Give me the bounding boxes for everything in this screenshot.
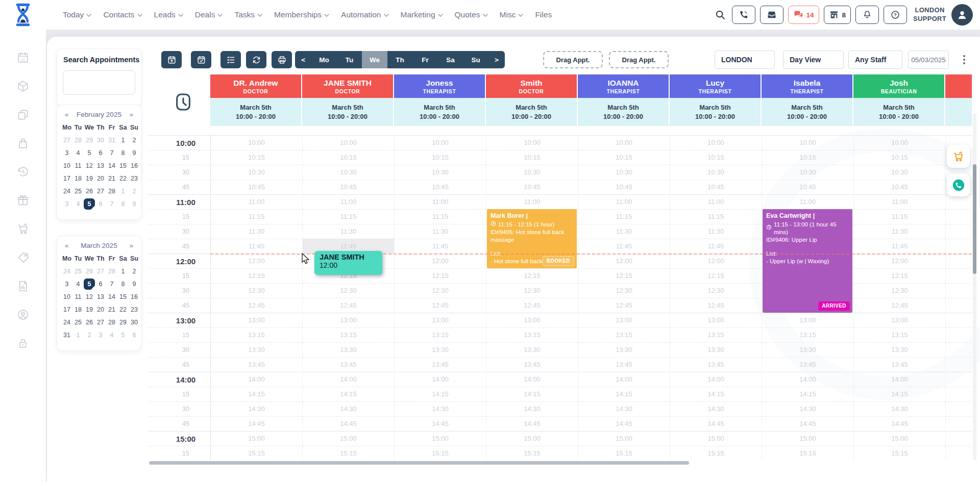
nav-item-memberships[interactable]: Memberships bbox=[274, 10, 329, 19]
time-slot[interactable]: 14:30 bbox=[578, 401, 670, 416]
calendar-day[interactable]: 6 bbox=[95, 277, 106, 290]
time-slot[interactable]: 11:15 bbox=[211, 209, 302, 224]
time-slot[interactable]: 11:45 bbox=[578, 239, 670, 253]
calendar-day[interactable]: 4 bbox=[106, 328, 117, 341]
time-slot[interactable]: 14:00 bbox=[762, 372, 853, 387]
time-slot[interactable]: 14:30 bbox=[486, 401, 578, 416]
time-slot[interactable]: 10:15 bbox=[395, 150, 486, 165]
nav-item-files[interactable]: Files bbox=[535, 10, 552, 19]
printer-button[interactable] bbox=[272, 51, 292, 68]
time-slot[interactable]: 12:45 bbox=[211, 298, 302, 313]
time-slot[interactable]: 10:30 bbox=[670, 165, 762, 180]
time-slot[interactable]: 13:00 bbox=[946, 313, 972, 327]
calendar-day[interactable]: 23 bbox=[129, 172, 140, 185]
time-slot[interactable]: 13:15 bbox=[486, 327, 578, 342]
calendar-day[interactable]: 25 bbox=[72, 316, 84, 328]
time-slot[interactable]: 14:15 bbox=[303, 387, 394, 401]
calendar-day[interactable]: 10 bbox=[61, 159, 72, 172]
day-tab-sa[interactable]: Sa bbox=[438, 51, 463, 68]
sidebar-history-clock-icon[interactable] bbox=[16, 165, 30, 179]
search-button[interactable] bbox=[713, 6, 727, 24]
time-slot[interactable]: 15:15 bbox=[486, 446, 578, 461]
time-slot[interactable]: 12:30 bbox=[211, 283, 302, 298]
time-slot[interactable]: 13:30 bbox=[395, 342, 486, 357]
fab-phone-button[interactable] bbox=[947, 173, 970, 196]
time-slot[interactable]: 10:30 bbox=[578, 165, 670, 180]
staff-header[interactable]: JoshBEAUTICIAN bbox=[853, 74, 945, 98]
nav-item-tasks[interactable]: Tasks bbox=[234, 10, 262, 19]
calendar-day[interactable]: 30 bbox=[129, 316, 140, 328]
time-slot[interactable]: 10:15 bbox=[762, 150, 853, 165]
time-slot[interactable]: 14:15 bbox=[578, 387, 670, 401]
time-slot[interactable]: 12:15 bbox=[670, 268, 762, 283]
calendar-day[interactable]: 26 bbox=[84, 265, 95, 277]
calendar-next-button[interactable]: » bbox=[130, 242, 133, 249]
calendar-day[interactable]: 9 bbox=[129, 277, 140, 290]
staff-header[interactable]: LucyTHERAPIST bbox=[670, 74, 762, 98]
time-slot[interactable]: 13:00 bbox=[578, 313, 670, 327]
time-slot[interactable]: 12:30 bbox=[395, 283, 486, 298]
time-slot[interactable]: 10:30 bbox=[395, 165, 486, 180]
time-slot[interactable]: 12:30 bbox=[670, 283, 762, 298]
time-slot[interactable]: 10:45 bbox=[854, 180, 945, 194]
time-slot[interactable]: 13:15 bbox=[578, 327, 670, 342]
calendar-day[interactable]: 27 bbox=[61, 134, 72, 146]
sidebar-products-box-icon[interactable] bbox=[16, 80, 30, 93]
week-next-button[interactable]: > bbox=[488, 51, 505, 68]
time-slot[interactable]: 14:15 bbox=[762, 387, 853, 401]
time-slot[interactable]: 11:30 bbox=[578, 224, 670, 239]
time-slot[interactable]: 10:45 bbox=[395, 180, 486, 194]
time-slot[interactable]: 13:45 bbox=[211, 357, 302, 372]
time-slot[interactable]: 14:00 bbox=[395, 372, 486, 387]
time-slot[interactable]: 14:45 bbox=[670, 416, 762, 431]
calendar-day[interactable]: 7 bbox=[106, 197, 117, 210]
day-tab-mo[interactable]: Mo bbox=[311, 51, 337, 68]
time-slot[interactable]: 14:15 bbox=[854, 387, 945, 401]
time-slot[interactable]: 12:00 bbox=[211, 253, 302, 268]
time-slot[interactable]: 13:30 bbox=[303, 342, 394, 357]
time-slot[interactable]: 14:00 bbox=[670, 372, 762, 387]
time-slot[interactable]: 13:30 bbox=[946, 342, 972, 357]
time-slot[interactable]: 13:15 bbox=[303, 327, 394, 342]
nav-item-deals[interactable]: Deals bbox=[195, 10, 223, 19]
time-slot[interactable]: 10:00 bbox=[211, 135, 302, 150]
calendar-day[interactable]: 27 bbox=[95, 265, 106, 277]
sidebar-discount-tag-icon[interactable] bbox=[16, 251, 30, 264]
time-slot[interactable]: 15:15 bbox=[762, 446, 853, 461]
time-slot[interactable]: 10:30 bbox=[854, 165, 945, 180]
sidebar-appointments-calendar-icon[interactable]: 12 bbox=[16, 51, 30, 64]
time-slot[interactable]: 14:15 bbox=[486, 387, 578, 401]
time-slot[interactable]: 10:30 bbox=[486, 165, 578, 180]
calendar-day[interactable]: 4 bbox=[72, 146, 84, 159]
staff-header[interactable]: IOANNATHERAPIST bbox=[578, 74, 670, 98]
vertical-scrollbar-thumb[interactable] bbox=[973, 164, 976, 274]
time-slot[interactable]: 12:45 bbox=[854, 298, 945, 313]
calendar-day[interactable]: 21 bbox=[106, 172, 117, 185]
time-slot[interactable]: 13:15 bbox=[395, 327, 486, 342]
time-slot[interactable]: 12:15 bbox=[946, 268, 972, 283]
nav-item-quotes[interactable]: Quotes bbox=[455, 10, 488, 19]
sidebar-duplicate-pages-icon[interactable] bbox=[16, 108, 30, 121]
time-slot[interactable]: 11:00 bbox=[395, 194, 486, 209]
time-slot[interactable]: 15:15 bbox=[670, 446, 762, 461]
calendar-day[interactable]: 22 bbox=[117, 303, 129, 316]
time-slot[interactable]: 15:00 bbox=[395, 431, 486, 446]
time-slot[interactable]: 14:30 bbox=[854, 401, 945, 416]
time-slot[interactable]: 11:00 bbox=[762, 194, 853, 209]
time-slot[interactable]: 11:00 bbox=[578, 194, 670, 209]
time-slot[interactable]: 10:00 bbox=[854, 135, 945, 150]
calendar-day[interactable]: 24 bbox=[61, 265, 72, 277]
time-slot[interactable]: 14:30 bbox=[762, 401, 853, 416]
time-slot[interactable]: 13:30 bbox=[762, 342, 853, 357]
time-slot[interactable]: 13:00 bbox=[486, 313, 578, 327]
time-slot[interactable]: 10:00 bbox=[486, 135, 578, 150]
time-slot[interactable]: 13:45 bbox=[670, 357, 762, 372]
time-slot[interactable]: 14:45 bbox=[211, 416, 302, 431]
time-slot[interactable]: 15:00 bbox=[854, 431, 945, 446]
vertical-scrollbar[interactable] bbox=[973, 113, 976, 460]
time-slot[interactable]: 11:45 bbox=[395, 239, 486, 253]
appointment-card[interactable]: Eva Cartwright |11:15 - 13:00 (1 hour 45… bbox=[763, 209, 852, 313]
calendar-day[interactable]: 4 bbox=[72, 277, 84, 290]
time-slot[interactable]: 11:45 bbox=[854, 239, 945, 253]
calendar-day[interactable]: 18 bbox=[72, 172, 84, 185]
